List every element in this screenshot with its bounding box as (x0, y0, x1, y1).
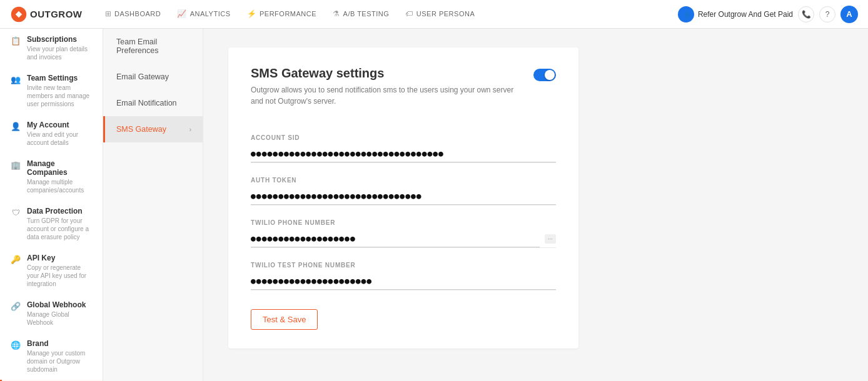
sidebar: 📋 Subscriptions View your plan details a… (0, 29, 103, 381)
account-sid-divider (251, 162, 556, 163)
user-avatar[interactable]: A (840, 6, 858, 23)
logo[interactable]: OUTGROW (10, 6, 83, 23)
svg-text:👤: 👤 (684, 11, 690, 17)
nav-performance[interactable]: ⚡ PERFORMANCE (240, 0, 325, 29)
nav-items: ⊞ DASHBOARD 📈 ANALYTICS ⚡ PERFORMANCE ⚗ … (98, 0, 678, 29)
auth-token-label: AUTH TOKEN (251, 177, 556, 184)
sidebar-item-subscriptions[interactable]: 📋 Subscriptions View your plan details a… (0, 29, 103, 67)
twilio-phone-field: TWILIO PHONE NUMBER ··· (251, 219, 556, 248)
chevron-right-icon: › (189, 126, 191, 133)
my-account-icon: 👤 (11, 121, 21, 131)
twilio-phone-row: ··· (251, 230, 556, 247)
user-persona-icon: 🏷 (405, 9, 413, 18)
sidebar-item-global-webhook[interactable]: 🔗 Global Webhook Manage Global Webhook (0, 294, 103, 333)
nav-right: 👤 Refer Outgrow And Get Paid 📞 ? A (678, 6, 858, 23)
test-save-button[interactable]: Test & Save (251, 309, 318, 330)
sms-gateway-toggle[interactable] (533, 69, 556, 81)
main-content: SMS Gateway settings Outgrow allows you … (203, 29, 868, 381)
twilio-test-phone-label: TWILIO TEST PHONE NUMBER (251, 262, 556, 269)
sidebar-item-brand[interactable]: 🌐 Brand Manage your custom domain or Out… (0, 333, 103, 380)
twilio-test-phone-input[interactable] (251, 272, 556, 290)
help-icon-btn[interactable]: ? (819, 6, 835, 22)
twilio-test-phone-divider (251, 290, 556, 290)
dashboard-icon: ⊞ (105, 9, 112, 18)
nav-analytics[interactable]: 📈 ANALYTICS (169, 0, 238, 29)
sub-nav-email-gateway[interactable]: Email Gateway (103, 64, 203, 90)
top-nav: OUTGROW ⊞ DASHBOARD 📈 ANALYTICS ⚡ PERFOR… (0, 0, 868, 29)
auth-token-divider (251, 205, 556, 205)
twilio-test-phone-field: TWILIO TEST PHONE NUMBER (251, 262, 556, 290)
ab-testing-icon: ⚗ (333, 9, 340, 18)
analytics-icon: 📈 (177, 9, 187, 18)
help-icon: ? (825, 10, 830, 19)
sub-nav: Team Email Preferences Email Gateway Ema… (103, 29, 203, 381)
sidebar-item-team-settings[interactable]: 👥 Team Settings Invite new team members … (0, 67, 103, 114)
sms-header-text: SMS Gateway settings Outgrow allows you … (251, 66, 523, 122)
manage-companies-icon: 🏢 (11, 160, 21, 170)
subscriptions-icon: 📋 (11, 36, 21, 46)
sidebar-item-my-account[interactable]: 👤 My Account View and edit your account … (0, 114, 103, 153)
twilio-phone-addon: ··· (545, 234, 556, 244)
sms-header: SMS Gateway settings Outgrow allows you … (251, 66, 556, 122)
nav-user-persona[interactable]: 🏷 USER PERSONA (398, 0, 482, 29)
sidebar-item-manage-companies[interactable]: 🏢 Manage Companies Manage multiple compa… (0, 153, 103, 200)
phone-icon-btn[interactable]: 📞 (798, 6, 814, 22)
sms-gateway-card: SMS Gateway settings Outgrow allows you … (228, 47, 578, 349)
account-sid-label: ACCOUNT SID (251, 134, 556, 141)
sub-nav-team-email-prefs[interactable]: Team Email Preferences (103, 29, 203, 64)
refer-icon: 👤 (678, 6, 694, 22)
account-sid-input[interactable] (251, 145, 556, 162)
team-settings-icon: 👥 (11, 74, 21, 84)
page-title: SMS Gateway settings (251, 66, 523, 81)
brand-icon: 🌐 (11, 340, 21, 350)
section-description: Outgrow allows you to send notification … (251, 84, 523, 107)
sidebar-item-data-protection[interactable]: 🛡 Data Protection Turn GDPR for your acc… (0, 200, 103, 247)
global-webhook-icon: 🔗 (11, 301, 21, 311)
nav-dashboard[interactable]: ⊞ DASHBOARD (98, 0, 169, 29)
logo-text: OUTGROW (30, 9, 83, 19)
twilio-phone-input[interactable] (251, 230, 540, 247)
nav-ab-testing[interactable]: ⚗ A/B TESTING (325, 0, 396, 29)
auth-token-field: AUTH TOKEN (251, 177, 556, 205)
data-protection-icon: 🛡 (11, 207, 21, 217)
twilio-phone-divider (251, 247, 556, 248)
sub-nav-email-notification[interactable]: Email Notification (103, 90, 203, 116)
sub-nav-sms-gateway[interactable]: SMS Gateway › (103, 116, 203, 142)
refer-button[interactable]: 👤 Refer Outgrow And Get Paid (678, 6, 793, 22)
performance-icon: ⚡ (247, 9, 257, 18)
api-key-icon: 🔑 (11, 254, 21, 264)
sidebar-item-api-key[interactable]: 🔑 API Key Copy or regenerate your API ke… (0, 247, 103, 294)
twilio-phone-label: TWILIO PHONE NUMBER (251, 219, 556, 226)
auth-token-input[interactable] (251, 187, 556, 205)
phone-icon: 📞 (802, 10, 811, 19)
layout: 📋 Subscriptions View your plan details a… (0, 29, 868, 381)
account-sid-field: ACCOUNT SID (251, 134, 556, 163)
toggle-knob (545, 70, 555, 80)
